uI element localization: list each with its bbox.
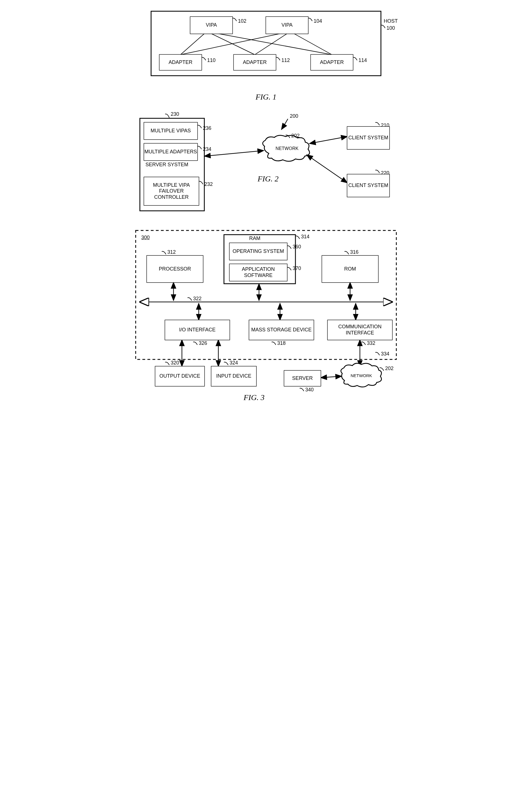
fig1-caption: FIG. 1 bbox=[131, 93, 401, 101]
svg-line-10 bbox=[255, 34, 287, 55]
ref-314: 314 bbox=[301, 234, 309, 240]
mass-label: MASS STORAGE DEVICE bbox=[249, 320, 314, 340]
host-label: HOST bbox=[384, 18, 398, 24]
ref-370: 370 bbox=[292, 265, 301, 271]
rom-label: ROM bbox=[322, 256, 378, 282]
ref-320: 320 bbox=[171, 360, 179, 366]
fig2-caption: FIG. 2 bbox=[258, 174, 279, 183]
fig3-caption: FIG. 3 bbox=[244, 393, 265, 402]
ref-110: 110 bbox=[207, 57, 215, 63]
client2-label: CLIENT SYSTEM bbox=[347, 174, 389, 197]
adapter2-label: ADAPTER bbox=[234, 55, 276, 70]
ref-360: 360 bbox=[292, 244, 301, 250]
ref-322: 322 bbox=[193, 296, 202, 302]
svg-line-7 bbox=[211, 34, 255, 55]
svg-line-9 bbox=[180, 34, 280, 55]
ref-230: 230 bbox=[171, 111, 179, 117]
adapter3-label: ADAPTER bbox=[311, 55, 353, 70]
ref-318: 318 bbox=[277, 340, 286, 346]
ref-300: 300 bbox=[141, 235, 150, 241]
ref-334: 334 bbox=[381, 351, 389, 357]
ref-112: 112 bbox=[281, 57, 290, 63]
ref-202: 202 bbox=[291, 133, 300, 139]
svg-line-8 bbox=[218, 34, 332, 55]
figure-2: 230 236 234 232 200 202 210 220 MULTIPLE… bbox=[131, 110, 401, 216]
ram-label: RAM bbox=[249, 235, 260, 241]
svg-line-11 bbox=[294, 34, 332, 55]
svg-line-49 bbox=[321, 376, 342, 378]
svg-line-20 bbox=[204, 151, 264, 156]
io-label: I/O INTERFACE bbox=[165, 320, 230, 340]
vipas-label: MULTIPLE VIPAS bbox=[144, 122, 197, 139]
ref-324: 324 bbox=[230, 360, 238, 366]
ref-202b: 202 bbox=[385, 365, 394, 372]
svg-line-22 bbox=[307, 155, 347, 183]
app-label: APPLICATION SOFTWARE bbox=[230, 264, 287, 281]
figure-3: 300 312 314 360 370 316 322 326 318 332 … bbox=[131, 228, 401, 410]
input-label: INPUT DEVICE bbox=[211, 366, 256, 386]
svg-line-6 bbox=[180, 34, 204, 55]
svg-line-21 bbox=[309, 136, 347, 144]
ref-114: 114 bbox=[359, 57, 367, 63]
adapter1-label: ADAPTER bbox=[159, 55, 202, 70]
ref-236: 236 bbox=[203, 125, 211, 131]
ref-232: 232 bbox=[204, 182, 213, 187]
ref-104: 104 bbox=[314, 18, 322, 24]
figure-1: 102 104 110 112 114 HOST 100 VIPA VIPA A… bbox=[131, 8, 401, 90]
ref-340: 340 bbox=[305, 387, 314, 393]
ref-312: 312 bbox=[167, 249, 176, 255]
ref-316: 316 bbox=[350, 249, 359, 255]
failover-label: MULTIPLE VIPA FAILOVER CONTROLLER bbox=[144, 177, 199, 205]
ref-326: 326 bbox=[199, 340, 207, 346]
os-label: OPERATING SYSTEM bbox=[230, 243, 287, 260]
vipa1-label: VIPA bbox=[190, 17, 232, 34]
ref-100: 100 bbox=[386, 25, 395, 31]
output-label: OUTPUT DEVICE bbox=[155, 366, 204, 386]
ref-200: 200 bbox=[290, 113, 298, 119]
vipa2-label: VIPA bbox=[266, 17, 308, 34]
ref-332: 332 bbox=[367, 340, 375, 346]
processor-label: PROCESSOR bbox=[147, 256, 203, 282]
adapters-label: MULTIPLE ADAPTERS bbox=[144, 144, 197, 161]
client1-label: CLIENT SYSTEM bbox=[347, 127, 389, 149]
network-label: NETWORK bbox=[347, 371, 375, 380]
network-label: NETWORK bbox=[272, 143, 302, 154]
server-label: SERVER bbox=[284, 371, 321, 386]
ref-234: 234 bbox=[203, 146, 211, 152]
comm-label: COMMUNICATION INTERFACE bbox=[328, 320, 392, 340]
server-label: SERVER SYSTEM bbox=[146, 162, 188, 168]
ref-102: 102 bbox=[238, 18, 246, 24]
